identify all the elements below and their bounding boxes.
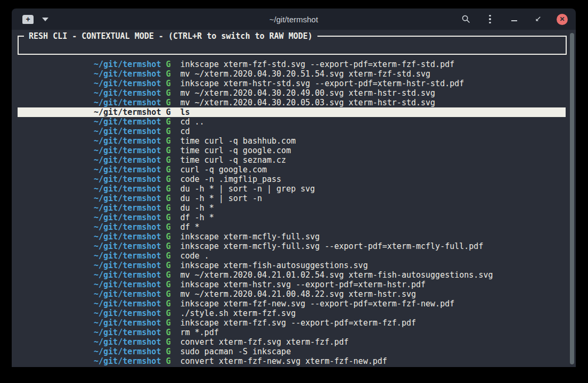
row-path: ~/git/termshot [94,155,161,165]
new-tab-button[interactable]: + [22,15,34,24]
row-path: ~/git/termshot [94,127,161,136]
row-command: convert xterm-fzf.svg xterm-fzf.pdf [180,337,348,347]
history-row[interactable]: ~/git/termshotGconvert xterm-fzf.svg xte… [18,337,566,347]
row-command: mv ~/xterm.2020.04.30.20.49.00.svg xterm… [180,88,435,98]
row-command: cd [180,127,190,136]
history-row[interactable]: ~/git/termshotGmv ~/xterm.2020.04.30.20.… [18,98,566,107]
history-row[interactable]: ~/git/termshotGdf -h * [18,213,566,222]
history-row[interactable]: ~/git/termshotGinkscape xterm-fzf.svg --… [18,318,566,328]
history-row[interactable]: ~/git/termshotGmv ~/xterm.2020.04.21.01.… [18,270,566,280]
row-git-indicator: G [161,174,180,184]
row-path: ~/git/termshot [94,232,161,242]
row-command: ls [180,107,190,117]
row-command: inkscape xterm-hstr-std.svg --export-pdf… [180,79,464,88]
row-command: code -n .imgflip_pass [180,174,281,184]
row-path: ~/git/termshot [94,98,161,107]
row-path: ~/git/termshot [94,165,161,174]
history-row[interactable]: ~/git/termshotGcode . [18,251,566,261]
row-command: sudo pacman -S inkscape [180,347,291,356]
history-row[interactable]: ~/git/termshotGdf * [18,222,566,232]
close-x-icon: ✕ [559,16,565,22]
row-command: inkscape xterm-fish-autosuggestions.svg [180,261,368,270]
history-row[interactable]: ~/git/termshotGtime curl -q google.com [18,146,566,155]
row-git-indicator: G [161,280,180,289]
row-path: ~/git/termshot [94,69,161,79]
row-git-indicator: G [161,232,180,242]
history-row[interactable]: ~/git/termshotGdu -h * [18,203,566,213]
history-row[interactable]: ~/git/termshotGinkscape xterm-mcfly-full… [18,232,566,242]
row-git-indicator: G [161,328,180,337]
row-git-indicator: G [161,251,180,261]
row-command: mv ~/xterm.2020.04.30.20.05.03.svg xterm… [180,98,435,107]
history-list: ~/git/termshotGinkscape xterm-fzf-std.sv… [12,60,576,366]
history-row[interactable]: ~/git/termshotGinkscape xterm-fzf-std.sv… [18,60,566,69]
row-command: inkscape xterm-fzf-std.svg --export-pdf=… [180,60,454,69]
history-row[interactable]: ~/git/termshotGmv ~/xterm.2020.04.21.00.… [18,289,566,299]
row-command: time curl -q bashhub.com [180,136,296,146]
row-git-indicator: G [161,165,180,174]
row-path: ~/git/termshot [94,107,161,117]
tab-chooser-caret-icon[interactable] [42,18,48,21]
history-row[interactable]: ~/git/termshotGinkscape xterm-fish-autos… [18,261,566,270]
resh-mode-header: RESH CLI - CONTEXTUAL MODE - (CTRL+R to … [24,31,317,41]
history-row[interactable]: ~/git/termshotG./style.sh xterm-fzf.svg [18,309,566,318]
menu-button[interactable] [485,14,495,24]
minimize-button[interactable] [509,14,519,24]
history-row[interactable]: ~/git/termshotGcd [18,127,566,136]
history-row[interactable]: ~/git/termshotGinkscape xterm-hstr.svg -… [18,280,566,289]
history-row[interactable]: ~/git/termshotGcd .. [18,117,566,127]
history-row[interactable]: ~/git/termshotGdu -h * | sort -n | grep … [18,184,566,194]
history-row[interactable]: ~/git/termshotGcode -n .imgflip_pass [18,174,566,184]
row-command: mv ~/xterm.2020.04.21.00.48.22.svg xterm… [180,289,416,299]
history-row[interactable]: ~/git/termshotGrm *.pdf [18,328,566,337]
history-row[interactable]: ~/git/termshotGinkscape xterm-fzf-new.sv… [18,299,566,309]
row-git-indicator: G [161,136,180,146]
scrollbar[interactable] [570,33,574,364]
row-path: ~/git/termshot [94,328,161,337]
row-command: code . [180,251,209,261]
row-command: inkscape xterm-hstr.svg --export-pdf=xte… [180,280,426,289]
row-git-indicator: G [161,222,180,232]
row-git-indicator: G [161,261,180,270]
titlebar: + ~/git/termshot [12,9,576,30]
history-row[interactable]: ~/git/termshotGdu -h * | sort -n [18,194,566,203]
kebab-menu-icon [489,15,491,24]
row-path: ~/git/termshot [94,194,161,203]
row-git-indicator: G [161,289,180,299]
history-row[interactable]: ~/git/termshotGmv ~/xterm.2020.04.30.20.… [18,69,566,79]
history-row[interactable]: ~/git/termshotGls [18,107,566,117]
close-button[interactable]: ✕ [557,14,568,25]
row-command: inkscape xterm-mcfly-full.svg [180,232,320,242]
row-git-indicator: G [161,69,180,79]
history-row[interactable]: ~/git/termshotGtime curl -q bashhub.com [18,136,566,146]
row-command: cd .. [180,117,204,127]
row-command: curl -q google.com [180,165,267,174]
history-row[interactable]: ~/git/termshotGinkscape xterm-hstr-std.s… [18,79,566,88]
search-button[interactable] [461,14,471,24]
history-row[interactable]: ~/git/termshotGinkscape xterm-mcfly-full… [18,242,566,251]
row-git-indicator: G [161,184,180,194]
history-row[interactable]: ~/git/termshotGconvert xterm-fzf-new.svg… [18,356,566,366]
history-row[interactable]: ~/git/termshotGtime curl -q seznam.cz [18,155,566,165]
row-command: du -h * [180,203,214,213]
history-row[interactable]: ~/git/termshotGcurl -q google.com [18,165,566,174]
row-command: time curl -q google.com [180,146,291,155]
row-path: ~/git/termshot [94,136,161,146]
row-git-indicator: G [161,270,180,280]
row-git-indicator: G [161,88,180,98]
row-path: ~/git/termshot [94,318,161,328]
row-git-indicator: G [161,155,180,165]
restore-button[interactable] [533,14,543,24]
row-command: inkscape xterm-mcfly-full.svg --export-p… [180,242,483,251]
row-git-indicator: G [161,203,180,213]
terminal-screen[interactable]: RESH CLI - CONTEXTUAL MODE - (CTRL+R to … [12,30,576,367]
search-query-box[interactable]: RESH CLI - CONTEXTUAL MODE - (CTRL+R to … [18,36,567,55]
row-path: ~/git/termshot [94,261,161,270]
search-icon [461,14,471,24]
history-row[interactable]: ~/git/termshotGsudo pacman -S inkscape [18,347,566,356]
history-row[interactable]: ~/git/termshotGmv ~/xterm.2020.04.30.20.… [18,88,566,98]
row-command: rm *.pdf [180,328,218,337]
row-path: ~/git/termshot [94,242,161,251]
terminal-window: + ~/git/termshot [12,9,576,367]
row-command: convert xterm-fzf-new.svg xterm-fzf-new.… [180,356,387,366]
